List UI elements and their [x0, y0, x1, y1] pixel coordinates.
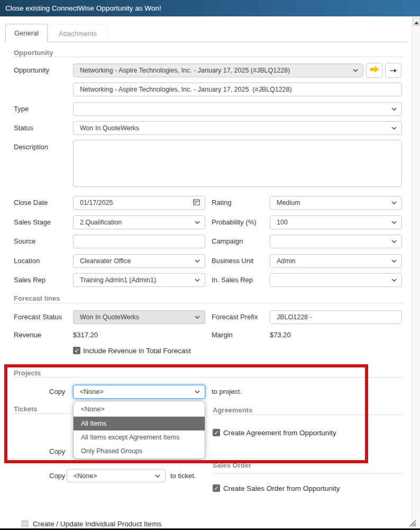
section-header-projects: Projects [14, 369, 41, 377]
dropdown-option[interactable]: All Items [74, 417, 205, 430]
create-sales-order-checkbox[interactable] [213, 484, 220, 492]
section-rule [14, 303, 403, 303]
business-unit-label: Business Unit [212, 254, 253, 268]
in-sales-rep-label: In. Sales Rep [212, 273, 253, 287]
forecast-prefix-label: Forecast Prefix [212, 310, 258, 324]
description-textarea[interactable] [73, 140, 402, 187]
create-agreement-label: Create Agreement from Opportunity [223, 429, 336, 437]
create-agreement-checkbox[interactable] [213, 429, 220, 436]
type-select[interactable] [73, 102, 402, 116]
forecast-status-label: Forecast Status [14, 310, 62, 324]
projects-copy-suffix: to project. [212, 385, 242, 399]
campaign-select[interactable] [270, 235, 402, 248]
chevron-down-icon [391, 201, 397, 204]
chevron-down-icon [391, 127, 397, 130]
section-rule [213, 415, 403, 415]
tab-divider [4, 42, 407, 42]
revenue-value: $317.20 [73, 331, 98, 339]
section-rule [213, 473, 403, 474]
status-select[interactable]: Won In QuoteWerks [73, 121, 402, 135]
opportunity-select[interactable]: Networking - Aspire Technologies, Inc. -… [73, 64, 363, 77]
campaign-label: Campaign [212, 235, 243, 248]
location-select[interactable]: Clearwater Office [73, 254, 205, 268]
section-header-tickets: Tickets [14, 405, 38, 413]
chevron-down-icon [391, 221, 397, 224]
location-label: Location [14, 254, 40, 268]
yellow-arrow-icon [370, 66, 379, 75]
close-date-input[interactable]: 01/17/2025 [73, 196, 205, 210]
source-input[interactable] [73, 235, 205, 248]
sales-stage-label: Sales Stage [14, 215, 51, 229]
create-update-product-items-label: Create / Update Individual Product Items [33, 520, 161, 528]
tickets-copy-suffix: to ticket. [170, 469, 196, 482]
margin-value: $73.20 [270, 331, 291, 339]
projects-copy-dropdown: <None> All Items All Items except Agreem… [73, 401, 205, 459]
section-header-sales-order: Sales Order [213, 461, 251, 469]
forecast-status-select[interactable]: Won In QuoteWerks [73, 310, 205, 324]
probability-select[interactable]: 100 [270, 215, 402, 229]
tickets-copy-label-2: Copy [49, 469, 65, 482]
sales-rep-select[interactable]: Training Admin1 (Admin1) [73, 273, 205, 287]
dropdown-option[interactable]: Only Phased Groups [74, 444, 205, 458]
status-label: Status [14, 121, 33, 135]
section-rule [14, 57, 403, 57]
tickets-copy-select-2[interactable]: <None> [67, 469, 166, 482]
probability-label: Probability (%) [212, 215, 257, 229]
projects-copy-label: Copy [49, 385, 65, 399]
section-header-forecast-lines: Forecast lines [14, 294, 60, 302]
opportunity-label: Opportunity [14, 64, 49, 77]
dialog-title-bar: Close existing ConnectWise Opportunity a… [0, 0, 420, 16]
description-label: Description [14, 140, 48, 154]
transfer-opportunity-button[interactable] [385, 63, 401, 78]
chevron-down-icon [391, 259, 397, 263]
chevron-down-icon [391, 240, 397, 243]
sales-stage-select[interactable]: 2.Qualification [73, 215, 205, 229]
projects-copy-select[interactable]: <None> [73, 385, 205, 399]
create-update-product-items-checkbox[interactable] [21, 520, 29, 527]
resize-grip-icon[interactable] [408, 519, 416, 529]
tab-general[interactable]: General [5, 24, 48, 42]
chevron-down-icon [155, 474, 160, 478]
section-header-agreements: Agreements [213, 406, 252, 414]
chevron-down-icon [195, 316, 200, 319]
triangle-up-icon [414, 17, 419, 26]
rating-select[interactable]: Medium [270, 196, 402, 210]
arrow-right-icon [390, 66, 397, 75]
chevron-down-icon [195, 390, 200, 393]
chevron-down-icon [195, 259, 200, 263]
opportunity-name-input[interactable] [73, 83, 402, 96]
calendar-icon[interactable] [193, 199, 200, 207]
dialog-title: Close existing ConnectWise Opportunity a… [0, 4, 161, 12]
chevron-down-icon [391, 279, 397, 282]
tickets-copy-label-1: Copy [49, 445, 65, 458]
rating-label: Rating [212, 196, 232, 210]
close-date-label: Close Date [14, 196, 48, 210]
tab-attachments[interactable]: Attachments [48, 24, 108, 42]
sales-rep-label: Sales Rep [14, 273, 45, 287]
section-rule [14, 377, 403, 378]
source-label: Source [14, 235, 35, 248]
include-revenue-checkbox[interactable] [73, 347, 80, 354]
create-sales-order-label: Create Sales Order from Opportunity [223, 484, 340, 493]
revenue-label: Revenue [14, 331, 41, 339]
type-label: Type [14, 102, 29, 116]
include-revenue-label: Include Revenue in Total Forecast [83, 347, 191, 355]
dropdown-option[interactable]: <None> [74, 402, 205, 417]
dropdown-option[interactable]: All Items except Agreement Items [74, 430, 205, 444]
business-unit-select[interactable]: Admin [270, 254, 402, 268]
in-sales-rep-select[interactable] [270, 273, 402, 287]
scroll-up-button[interactable] [413, 17, 420, 26]
go-to-opportunity-button[interactable] [366, 63, 382, 78]
margin-label: Margin [212, 331, 233, 339]
chevron-down-icon [195, 279, 200, 282]
forecast-prefix-input[interactable] [270, 310, 402, 324]
scrollbar[interactable] [412, 16, 420, 530]
section-header-opportunity: Opportunity [14, 49, 53, 57]
chevron-down-icon [391, 107, 397, 111]
chevron-down-icon [353, 69, 358, 72]
chevron-down-icon [195, 221, 200, 224]
